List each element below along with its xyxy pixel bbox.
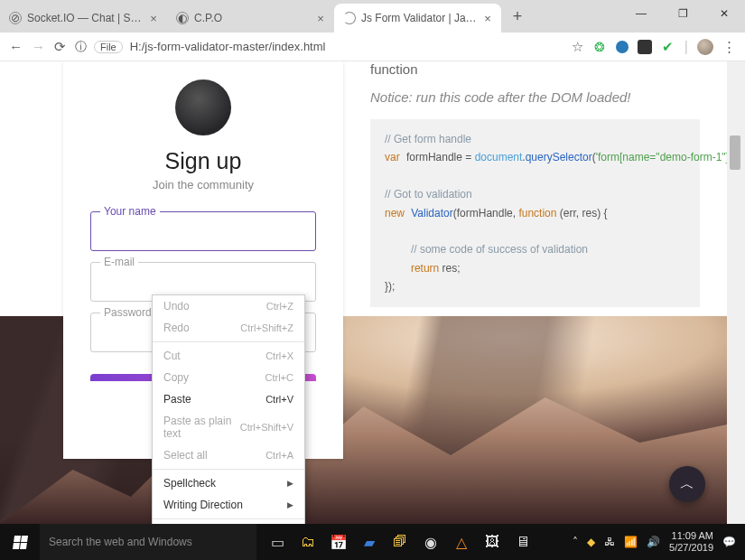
vlc-icon[interactable]: △ bbox=[448, 524, 475, 560]
tray-volume-icon[interactable]: 🔊 bbox=[647, 536, 660, 548]
ctx-redo[interactable]: RedoCtrl+Shift+Z bbox=[153, 317, 304, 339]
tab-socketio[interactable]: ⊘ Socket.IO — Chat | Socket.IO × bbox=[0, 4, 167, 33]
signup-heading: Sign up bbox=[90, 148, 316, 174]
window-minimize-button[interactable]: — bbox=[620, 0, 662, 27]
extension-icon[interactable]: ✔ bbox=[661, 40, 675, 54]
window-controls: — ❐ ✕ bbox=[620, 0, 745, 27]
tab-title: Js Form Validator | Javascript vali bbox=[361, 12, 478, 24]
chrome-icon[interactable]: ◉ bbox=[417, 524, 444, 560]
sticky-notes-icon[interactable]: 🗊 bbox=[386, 524, 414, 560]
powershell-icon[interactable]: ▰ bbox=[356, 524, 383, 560]
ctx-copy[interactable]: CopyCtrl+C bbox=[153, 367, 304, 388]
taskbar-search[interactable]: Search the web and Windows bbox=[40, 524, 256, 560]
windows-logo-icon bbox=[12, 536, 27, 549]
doc-notice: Notice: run this code after the DOM load… bbox=[370, 89, 700, 105]
browser-title-bar: ⊘ Socket.IO — Chat | Socket.IO × ◐ C.P.O… bbox=[0, 0, 745, 33]
scroll-to-top-button[interactable]: ︿ bbox=[669, 466, 705, 502]
extension-icon[interactable]: ❂ bbox=[592, 40, 607, 54]
tab-js-form-validator[interactable]: Js Form Validator | Javascript vali × bbox=[334, 4, 501, 33]
tray-network-icon[interactable]: 🖧 bbox=[604, 536, 615, 548]
reload-button[interactable]: ⟳ bbox=[54, 39, 66, 55]
ctx-paste[interactable]: PasteCtrl+V bbox=[153, 388, 304, 410]
url-text: H:/js-form-validator-master/index.html bbox=[130, 40, 326, 53]
close-icon[interactable]: × bbox=[147, 12, 160, 24]
clock-date: 5/27/2019 bbox=[669, 542, 713, 554]
ctx-separator bbox=[153, 341, 304, 342]
file-explorer-icon[interactable]: 🗂 bbox=[294, 524, 321, 560]
code-block: // Get form handle var formHandle = docu… bbox=[370, 119, 700, 307]
doc-panel: function Notice: run this code after the… bbox=[361, 61, 727, 307]
name-field-wrapper: Your name bbox=[90, 211, 316, 251]
url-scheme-chip: File bbox=[94, 41, 123, 53]
calendar-icon[interactable]: 📅 bbox=[325, 524, 352, 560]
ctx-separator bbox=[153, 518, 304, 519]
info-icon[interactable]: ⓘ bbox=[75, 39, 87, 55]
profile-avatar[interactable] bbox=[697, 39, 713, 55]
chevron-up-icon: ︿ bbox=[680, 475, 694, 494]
scrollbar-thumb[interactable] bbox=[730, 135, 740, 170]
tray-overflow-icon[interactable]: ˄ bbox=[573, 536, 578, 548]
taskbar-app-icon[interactable]: 🖥 bbox=[509, 524, 536, 560]
url-bar[interactable]: ⓘ File H:/js-form-validator-master/index… bbox=[75, 39, 563, 55]
tray-wifi-icon[interactable]: 📶 bbox=[624, 536, 638, 548]
tab-title: C.P.O bbox=[194, 12, 311, 24]
vertical-scrollbar[interactable] bbox=[727, 61, 745, 524]
close-icon[interactable]: × bbox=[481, 12, 494, 24]
globe-icon: ◐ bbox=[176, 12, 189, 24]
new-tab-button[interactable]: + bbox=[505, 4, 530, 29]
ctx-cut[interactable]: CutCtrl+X bbox=[153, 345, 304, 367]
loading-spinner-icon bbox=[343, 12, 356, 24]
back-button[interactable]: ← bbox=[9, 39, 23, 54]
doc-line: function bbox=[370, 61, 700, 77]
ctx-select-all[interactable]: Select allCtrl+A bbox=[153, 444, 304, 466]
taskbar-clock[interactable]: 11:09 AM 5/27/2019 bbox=[669, 530, 713, 554]
tab-title: Socket.IO — Chat | Socket.IO bbox=[27, 12, 144, 24]
search-placeholder: Search the web and Windows bbox=[49, 536, 192, 548]
tab-cpo[interactable]: ◐ C.P.O × bbox=[167, 4, 334, 33]
taskbar-apps: ▭ 🗂 📅 ▰ 🗊 ◉ △ 🖼 🖥 bbox=[264, 524, 536, 560]
name-label: Your name bbox=[100, 205, 160, 218]
action-center-icon[interactable]: 💬 bbox=[722, 536, 736, 548]
chevron-right-icon: ▶ bbox=[287, 479, 293, 488]
ctx-separator bbox=[153, 469, 304, 470]
forward-button[interactable]: → bbox=[32, 39, 45, 54]
extension-icon[interactable] bbox=[616, 41, 629, 53]
page-viewport: function Notice: run this code after the… bbox=[0, 61, 727, 524]
context-menu: UndoCtrl+Z RedoCtrl+Shift+Z CutCtrl+X Co… bbox=[152, 294, 305, 524]
system-tray: ˄ ◆ 🖧 📶 🔊 11:09 AM 5/27/2019 💬 bbox=[573, 524, 745, 560]
window-close-button[interactable]: ✕ bbox=[703, 0, 745, 27]
window-maximize-button[interactable]: ❐ bbox=[662, 0, 703, 27]
name-input[interactable] bbox=[91, 212, 315, 250]
ctx-undo[interactable]: UndoCtrl+Z bbox=[153, 295, 304, 317]
ctx-spellcheck[interactable]: Spellcheck▶ bbox=[153, 472, 304, 494]
extension-icon[interactable] bbox=[638, 40, 652, 54]
windows-taskbar: Search the web and Windows ▭ 🗂 📅 ▰ 🗊 ◉ △… bbox=[0, 524, 745, 560]
task-view-icon[interactable]: ▭ bbox=[264, 524, 291, 560]
start-button[interactable] bbox=[0, 524, 40, 560]
address-bar: ← → ⟳ ⓘ File H:/js-form-validator-master… bbox=[0, 33, 745, 61]
star-icon[interactable]: ☆ bbox=[572, 39, 583, 55]
close-icon[interactable]: × bbox=[314, 12, 327, 24]
email-label: E-mail bbox=[100, 256, 138, 268]
menu-button[interactable]: ⋮ bbox=[722, 39, 736, 55]
taskbar-app-icon[interactable]: 🖼 bbox=[479, 524, 506, 560]
password-label: Password bbox=[100, 306, 155, 319]
clock-time: 11:09 AM bbox=[669, 530, 713, 542]
signup-subtitle: Join the community bbox=[90, 178, 316, 191]
block-icon: ⊘ bbox=[9, 12, 22, 24]
chevron-right-icon: ▶ bbox=[287, 500, 293, 509]
tray-security-icon[interactable]: ◆ bbox=[587, 536, 595, 548]
avatar-placeholder bbox=[175, 79, 231, 135]
ctx-paste-plain[interactable]: Paste as plain textCtrl+Shift+V bbox=[153, 410, 304, 444]
ctx-writing-direction[interactable]: Writing Direction▶ bbox=[153, 494, 304, 516]
